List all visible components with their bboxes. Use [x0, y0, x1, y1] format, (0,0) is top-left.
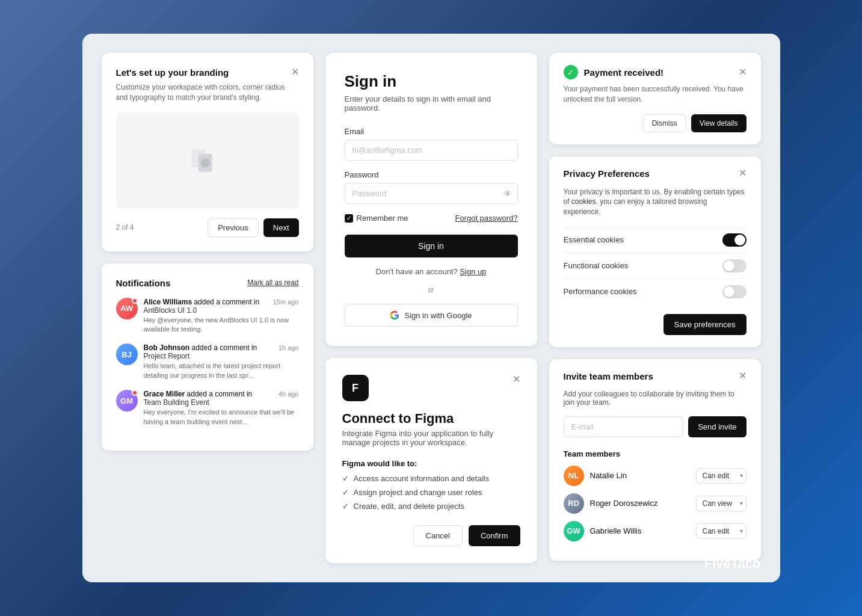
figma-confirm-button[interactable]: Confirm [469, 525, 520, 546]
signin-button[interactable]: Sign in [345, 235, 518, 257]
payment-card: ✓ Payment received! ✕ Your payment has b… [549, 53, 761, 144]
performance-cookies-row: Performance cookies [564, 279, 747, 304]
payment-close-button[interactable]: ✕ [739, 67, 747, 77]
mark-all-read-link[interactable]: Mark all as read [247, 279, 298, 287]
member-name-roger: Roger Doroszewicz [590, 499, 690, 508]
notif-time-alice: 15m ago [273, 298, 299, 306]
perm-item-1: ✓ Access account information and details [342, 474, 520, 483]
unread-dot-grace [132, 390, 138, 396]
forgot-password-link[interactable]: Forgot password? [455, 214, 517, 223]
notif-msg-alice: Hey @everyone, the new AntBlocks UI 1.0 … [144, 316, 299, 334]
password-input[interactable] [345, 183, 518, 204]
invite-header: Invite team members ✕ [564, 371, 747, 385]
invite-input-row: Send invite [564, 416, 747, 437]
brand-name: FiveTaco [704, 556, 761, 571]
privacy-card: Privacy Preferences ✕ Your privacy is im… [549, 156, 761, 347]
payment-actions: Dismiss View details [564, 114, 747, 132]
avatar-roger: RD [564, 493, 584, 514]
member-role-select-gabrielle[interactable]: Can edit Can view [696, 523, 747, 539]
signup-link[interactable]: Sign up [460, 267, 486, 276]
remember-checkbox[interactable] [345, 214, 353, 223]
figma-header: F ✕ [342, 375, 520, 401]
branding-close-button[interactable]: ✕ [291, 67, 299, 77]
perm-check-1: ✓ [342, 474, 349, 483]
toggle-slider-essential [722, 233, 747, 247]
performance-cookies-label: Performance cookies [564, 287, 637, 296]
notification-item-bob: BJ Bob Johnson added a comment in 1h ago… [116, 343, 299, 380]
figma-perm-title: Figma would like to: [342, 459, 520, 468]
avatar-bob: BJ [116, 343, 138, 365]
member-role-wrap-natalie: Can edit Can view [696, 468, 747, 484]
signin-subtitle: Enter your details to sign in with email… [345, 94, 518, 112]
notif-name-bob: Bob Johnson added a comment in [144, 343, 257, 352]
color-swatch-icon [189, 143, 226, 179]
notif-msg-bob: Hello team, attached is the latest proje… [144, 362, 299, 380]
essential-cookies-row: Essential cookies [564, 227, 747, 253]
right-column: ✓ Payment received! ✕ Your payment has b… [549, 53, 761, 563]
figma-close-button[interactable]: ✕ [513, 375, 520, 384]
invite-card: Invite team members ✕ Add your colleague… [549, 359, 761, 561]
member-role-select-roger[interactable]: Can view Can edit [696, 496, 747, 511]
google-signin-button[interactable]: Sign in with Google [345, 304, 518, 327]
signin-title: Sign in [345, 72, 518, 91]
member-row-gabrielle: GW Gabrielle Willis Can edit Can view [564, 521, 747, 541]
payment-description: Your payment has been successfully recei… [564, 84, 747, 105]
google-icon [390, 310, 399, 320]
send-invite-button[interactable]: Send invite [688, 416, 746, 437]
figma-cancel-button[interactable]: Cancel [413, 525, 463, 546]
performance-cookies-toggle[interactable] [722, 285, 747, 298]
payment-success-icon: ✓ [564, 65, 578, 79]
figma-logo: F [342, 375, 369, 401]
notif-time-bob: 1h ago [279, 344, 299, 351]
notif-body-bob: Bob Johnson added a comment in 1h ago Pr… [144, 343, 299, 380]
next-button[interactable]: Next [263, 218, 299, 237]
email-input[interactable] [345, 140, 518, 161]
save-preferences-button[interactable]: Save preferences [663, 314, 747, 335]
functional-cookies-label: Functional cookies [564, 261, 629, 270]
dismiss-button[interactable]: Dismiss [643, 114, 686, 132]
notifications-header: Notifications Mark all as read [116, 278, 299, 288]
branding-btn-group: Previous Next [208, 218, 298, 237]
notif-name-row-alice: Alice Williams added a comment in 15m ag… [144, 298, 299, 306]
perm-label-2: Assign project and change user roles [354, 488, 482, 497]
password-wrap: 👁 [345, 183, 518, 204]
remember-left: Remember me [345, 214, 408, 223]
notifications-title: Notifications [116, 278, 171, 288]
branding-title: Let's set up your branding [116, 67, 229, 78]
email-label: Email [345, 127, 518, 136]
notif-name-row-bob: Bob Johnson added a comment in 1h ago [144, 343, 299, 352]
step-label: 2 of 4 [116, 223, 134, 232]
password-label: Password [345, 170, 518, 179]
team-members-title: Team members [564, 449, 747, 458]
essential-cookies-toggle[interactable] [722, 233, 747, 247]
cookies-link[interactable]: cookies [571, 197, 596, 206]
invite-description: Add your colleagues to collaborate by in… [564, 390, 747, 407]
previous-button[interactable]: Previous [208, 218, 259, 237]
perm-item-3: ✓ Create, edit, and delete projects [342, 502, 520, 511]
invite-close-button[interactable]: ✕ [739, 371, 747, 381]
figma-permissions: Figma would like to: ✓ Access account in… [342, 459, 520, 511]
member-role-select-natalie[interactable]: Can edit Can view [696, 468, 747, 484]
notif-time-grace: 4h ago [279, 390, 299, 398]
essential-cookies-label: Essential cookies [564, 235, 624, 244]
privacy-close-button[interactable]: ✕ [739, 168, 747, 178]
notif-body-alice: Alice Williams added a comment in 15m ag… [144, 298, 299, 334]
branding-subtitle: Customize your workspace with colors, co… [116, 82, 299, 103]
or-divider: or [345, 286, 518, 294]
figma-title: Connect to Figma [342, 411, 520, 427]
view-details-button[interactable]: View details [691, 114, 747, 132]
privacy-header: Privacy Preferences ✕ [564, 168, 747, 182]
avatar-initials-bob: BJ [116, 343, 138, 365]
notif-name-alice: Alice Williams added a comment in [144, 298, 260, 306]
toggle-knob-functional [724, 260, 734, 271]
remember-row: Remember me Forgot password? [345, 214, 518, 223]
notif-target-bob: Project Report [144, 352, 299, 360]
functional-cookies-toggle[interactable] [722, 259, 747, 273]
toggle-knob-essential [734, 235, 745, 245]
privacy-clearfix: Save preferences [564, 304, 747, 335]
left-column: Let's set up your branding ✕ Customize y… [102, 53, 313, 563]
privacy-title: Privacy Preferences [564, 168, 650, 179]
invite-email-input[interactable] [564, 416, 684, 437]
remember-label: Remember me [357, 214, 408, 223]
perm-item-2: ✓ Assign project and change user roles [342, 488, 520, 497]
